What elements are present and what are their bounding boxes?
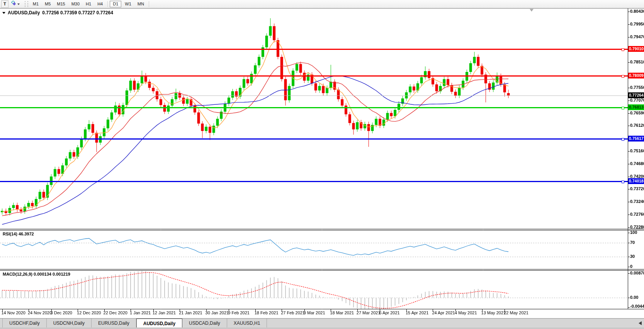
current-price-line	[0, 95, 628, 96]
toolbar-separator	[107, 1, 108, 7]
date-axis-label: 9 Mar 2021	[304, 310, 325, 315]
timeframe-w1-button[interactable]: W1	[122, 1, 134, 7]
toolbar: T M1 M5 M15 M30 H1 H4 D1 W1 MN	[0, 0, 644, 9]
date-axis-label: 6 Apr 2021	[379, 310, 400, 315]
terminal-window: T M1 M5 M15 M30 H1 H4 D1 W1 MN AUDUSD,Da…	[0, 0, 644, 329]
timeframe-mn-button[interactable]: MN	[135, 1, 147, 7]
chart-symbol-label: AUDUSD,Daily	[8, 10, 40, 15]
date-axis-label: 24 Nov 2020	[28, 310, 52, 315]
tab-usdchf-daily[interactable]: USDCHF,Daily	[2, 319, 47, 328]
horizontal-line[interactable]	[0, 107, 628, 108]
date-axis-label: 21 Jan 2021	[179, 310, 202, 315]
price-axis-badge: 0.76813	[628, 104, 644, 110]
timeframe-m30-button[interactable]: M30	[69, 1, 82, 7]
rsi-indicator-label: RSI(14) 46.3972	[3, 232, 34, 236]
price-axis-tick: 0.73720	[630, 186, 644, 191]
tab-eurusd-daily[interactable]: EURUSD,Daily	[92, 319, 136, 328]
date-axis-label: 3 Dec 2020	[51, 310, 72, 315]
macd-axis-tick: 0.00	[630, 295, 638, 300]
toolbar-separator	[149, 1, 149, 7]
date-axis-label: 1 Jan 2021	[130, 310, 151, 315]
date-axis-label: 30 Jan 2021	[206, 310, 229, 315]
tab-audusd-daily[interactable]: AUDUSD,Daily	[136, 319, 182, 328]
timeframe-m15-button[interactable]: M15	[54, 1, 68, 7]
price-axis-badge: 0.79010	[628, 46, 644, 52]
price-axis-tick: 0.77070	[630, 98, 644, 102]
price-axis-tick: 0.80430	[630, 9, 644, 14]
chart-title: AUDUSD,Daily 0.77256 0.77359 0.77227 0.7…	[2, 10, 113, 15]
date-axis-label: 12 Jan 2021	[153, 310, 176, 315]
date-axis-label: 22 May 2021	[504, 310, 528, 315]
price-axis-tick: 0.76590	[630, 111, 644, 115]
price-axis-tick: 0.72760	[630, 212, 644, 216]
price-axis-tick: 0.77550	[630, 85, 644, 90]
date-axis-label: 18 Feb 2021	[255, 310, 279, 315]
date-axis-label: 24 Apr 2021	[432, 310, 455, 315]
tab-usdcnh-daily[interactable]: USDCNH,Daily	[47, 319, 92, 328]
price-axis-tick: 0.72280	[630, 225, 644, 229]
rsi-axis-tick: 30	[630, 254, 635, 259]
chart-shift-marker[interactable]	[530, 9, 534, 12]
price-axis-tick: 0.79470	[630, 34, 644, 39]
horizontal-line[interactable]	[0, 49, 628, 50]
macd-indicator-label: MACD(12,26,9) 0.000134 0.001219	[3, 272, 70, 276]
tab-xauusd-h1[interactable]: XAUUSD,H1	[227, 319, 267, 328]
horizontal-line-handle[interactable]	[622, 181, 624, 183]
macd-axis-tick: -0.00445	[630, 304, 644, 309]
horizontal-line-handle[interactable]	[622, 48, 624, 51]
horizontal-line[interactable]	[0, 138, 628, 140]
horizontal-line-handle[interactable]	[622, 138, 624, 141]
rsi-axis-tick: 70	[630, 240, 635, 245]
rsi-axis-tick: 100	[630, 230, 637, 235]
shapes-icon	[11, 1, 16, 8]
horizontal-line-handle[interactable]	[622, 107, 624, 109]
date-axis-label: 13 May 2021	[481, 310, 506, 315]
price-axis-tick: 0.78510	[630, 60, 644, 64]
timeframe-h1-button[interactable]: H1	[83, 1, 94, 7]
price-axis-tick: 0.74680	[630, 161, 644, 166]
horizontal-line-handle[interactable]	[622, 75, 624, 78]
collapse-triangle-icon[interactable]	[2, 12, 5, 14]
date-axis-label: 9 Feb 2021	[228, 310, 250, 315]
price-axis-badge: 0.78009	[628, 73, 644, 78]
price-axis-badge: 0.75617	[628, 136, 644, 141]
date-axis-label: 14 Nov 2020	[2, 310, 25, 315]
tab-scroll-left-arrow[interactable]	[639, 321, 642, 325]
horizontal-line[interactable]	[0, 181, 628, 182]
date-axis-label: 12 Dec 2020	[77, 310, 101, 315]
chevron-down-icon	[17, 3, 20, 5]
timeframe-d1-button[interactable]: D1	[110, 1, 121, 7]
status-bar	[0, 327, 644, 329]
price-axis-tick: 0.74200	[630, 174, 644, 179]
drawing-tool-button[interactable]	[9, 1, 21, 7]
timeframe-h4-button[interactable]: H4	[95, 1, 105, 7]
chart-ohlc-values: 0.77256 0.77359 0.77227 0.77264	[42, 10, 113, 15]
horizontal-line[interactable]	[0, 75, 628, 77]
date-axis-label: 27 Mar 2021	[357, 310, 381, 315]
toolbar-grip[interactable]	[25, 1, 28, 7]
date-axis-label: 27 Feb 2021	[281, 310, 305, 315]
date-axis-label: 4 May 2021	[455, 310, 477, 315]
rsi-axis-tick: 0	[630, 264, 632, 269]
chart-tab-bar: USDCHF,Daily USDCNH,Daily EURUSD,Daily A…	[0, 318, 644, 328]
date-axis-label: 15 Apr 2021	[406, 310, 428, 315]
price-axis-tick: 0.76120	[630, 123, 644, 128]
tab-usdcad-daily[interactable]: USDCAD,Daily	[182, 319, 227, 328]
price-axis-badge: 0.74018	[628, 178, 644, 184]
price-axis-tick: 0.79950	[630, 22, 644, 26]
timeframe-m5-button[interactable]: M5	[42, 1, 53, 7]
date-axis-label: 22 Dec 2020	[104, 310, 127, 315]
price-axis-tick: 0.73240	[630, 199, 644, 204]
text-tool-button[interactable]: T	[1, 0, 8, 8]
timeframe-m1-button[interactable]: M1	[30, 1, 41, 7]
date-axis-label: 18 Mar 2021	[330, 310, 354, 315]
price-axis-tick: 0.75160	[630, 148, 644, 153]
macd-axis-tick: 0.008782	[630, 271, 644, 275]
price-axis-badge: 0.77264	[628, 92, 644, 98]
